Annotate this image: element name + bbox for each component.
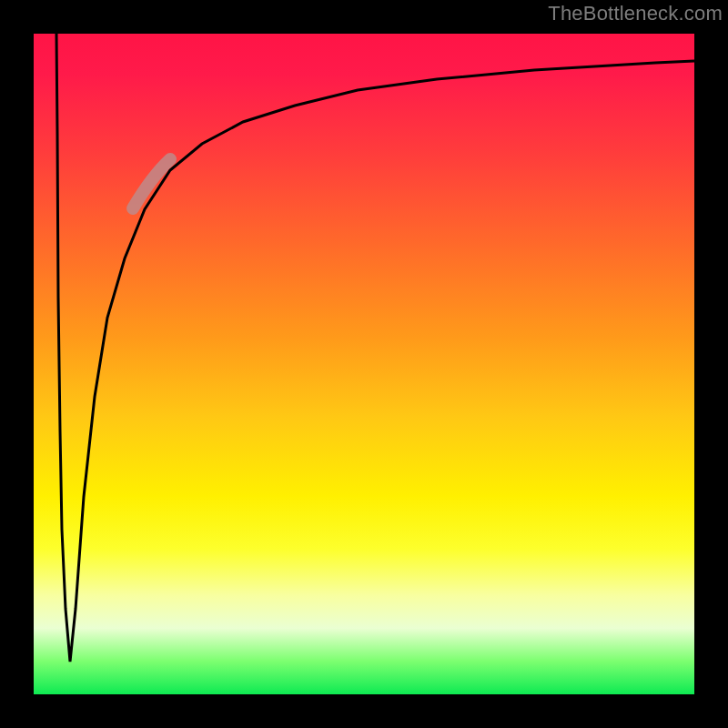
chart-frame: TheBottleneck.com: [0, 0, 728, 728]
bottleneck-curve: [56, 34, 694, 662]
plot-area: [34, 34, 694, 694]
attribution-label: TheBottleneck.com: [548, 2, 723, 25]
curve-svg: [34, 34, 694, 694]
